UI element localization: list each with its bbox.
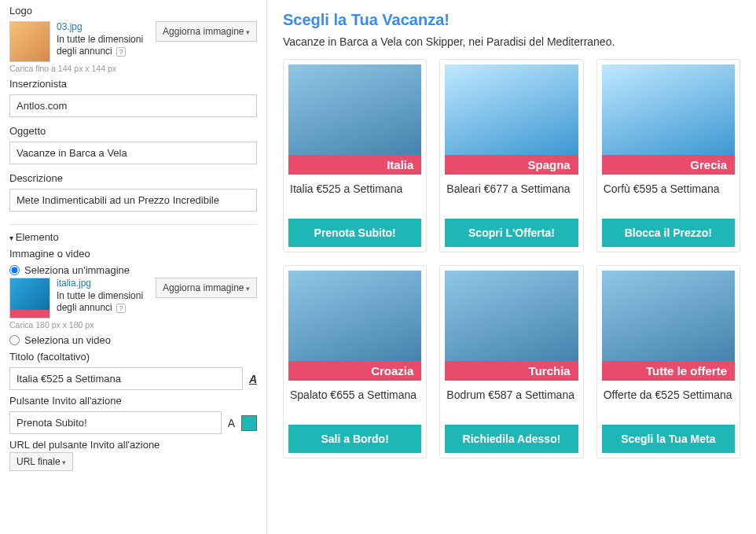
card-badge: Turchia [445,361,578,381]
subject-input[interactable] [9,142,257,164]
card-badge: Italia [288,155,421,175]
card-image: Italia [288,64,421,175]
description-label: Descrizione [9,172,257,184]
preview-card: CroaziaSpalato €655 a SettimanaSali a Bo… [283,265,427,459]
advertiser-input[interactable] [9,94,257,117]
update-logo-button[interactable]: Aggiorna immagine [156,21,257,42]
card-text: Spalato €655 a Settimana [290,389,420,415]
logo-filename: 03.jpg [57,21,149,34]
help-icon[interactable]: ? [116,47,126,57]
element-thumbnail[interactable] [9,278,50,319]
help-icon[interactable]: ? [116,304,126,313]
preview-card: SpagnaBaleari €677 a SettimanaScopri L'O… [439,59,583,252]
cta-label: Pulsante Invito all'azione [9,395,257,407]
card-badge: Spagna [445,155,578,175]
preview-card: ItaliaItalia €525 a SettimanaPrenota Sub… [283,59,427,252]
card-cta-button[interactable]: Scopri L'Offerta! [445,219,578,247]
ad-preview: Scegli la Tua Vacanza! Vacanze in Barca … [267,0,756,534]
radio-select-image-label: Seleziona un'immagine [24,264,130,276]
logo-row: 03.jpg In tutte le dimensioni degli annu… [9,21,257,62]
element-hint: Carica 180 px x 180 px [9,320,257,330]
element-toggle[interactable]: Elemento [9,231,257,243]
logo-label: Logo [9,5,257,17]
preview-card: GreciaCorfù €595 a SettimanaBlocca il Pr… [596,59,740,252]
card-text: Baleari €677 a Settimana [446,182,576,209]
card-text: Italia €525 a Settimana [290,182,420,209]
ad-editor-sidebar: Logo 03.jpg In tutte le dimensioni degli… [0,0,267,534]
font-style-letter[interactable]: A [228,417,235,429]
title-input[interactable] [9,367,243,390]
divider [9,224,257,225]
title-label: Titolo (facoltativo) [9,351,257,363]
subject-label: Oggetto [9,125,257,137]
card-image: Tutte le offerte [602,271,735,381]
preview-card: TurchiaBodrum €587 a SettimanaRichiedila… [439,265,583,459]
card-text: Bodrum €587 a Settimana [446,389,576,415]
description-input[interactable] [9,189,257,212]
image-or-video-label: Immagine o video [9,248,257,260]
advertiser-label: Inserzionista [9,78,257,90]
cta-url-select[interactable]: URL finale [9,452,73,471]
card-image: Grecia [602,64,735,175]
preview-title: Scegli la Tua Vacanza! [283,11,740,29]
logo-meta: 03.jpg In tutte le dimensioni degli annu… [57,21,149,58]
card-badge: Tutte le offerte [602,361,735,381]
radio-select-video[interactable]: Seleziona un video [9,334,257,346]
cta-url-label: URL del pulsante Invito all'azione [9,439,257,451]
cta-color-swatch[interactable] [241,415,257,431]
radio-select-image[interactable]: Seleziona un'immagine [9,264,257,276]
card-cta-button[interactable]: Scegli la Tua Meta [602,425,735,453]
font-style-icon[interactable]: A [249,373,257,385]
card-badge: Croazia [288,361,421,381]
element-image-row: italia.jpg In tutte le dimensioni degli … [9,278,257,319]
card-cta-button[interactable]: Prenota Subito! [288,219,421,247]
logo-thumbnail[interactable] [9,21,50,62]
card-text: Corfù €595 a Settimana [604,182,733,209]
element-filename: italia.jpg [57,278,149,290]
card-image: Turchia [445,271,578,381]
cta-input[interactable] [9,411,222,434]
card-cta-button[interactable]: Blocca il Prezzo! [602,219,735,247]
element-dims-text: In tutte le dimensioni degli annunci [57,290,143,314]
logo-hint: Carica fino a 144 px x 144 px [9,64,257,73]
radio-select-image-input[interactable] [9,265,20,275]
card-image: Spagna [445,64,578,175]
radio-select-video-label: Seleziona un video [24,334,111,346]
card-cta-button[interactable]: Richiedila Adesso! [445,425,578,453]
card-text: Offerte da €525 Settimana [604,389,733,415]
radio-select-video-input[interactable] [9,335,20,345]
preview-card: Tutte le offerteOfferte da €525 Settiman… [596,265,740,459]
preview-cards-grid: ItaliaItalia €525 a SettimanaPrenota Sub… [283,59,740,459]
update-element-image-button[interactable]: Aggiorna immagine [156,278,257,298]
card-cta-button[interactable]: Sali a Bordo! [288,425,421,453]
logo-dims-text: In tutte le dimensioni degli annunci [57,34,143,57]
card-image: Croazia [288,271,421,381]
element-meta: italia.jpg In tutte le dimensioni degli … [57,278,149,315]
card-badge: Grecia [602,155,735,175]
preview-subtitle: Vacanze in Barca a Vela con Skipper, nei… [283,35,740,48]
